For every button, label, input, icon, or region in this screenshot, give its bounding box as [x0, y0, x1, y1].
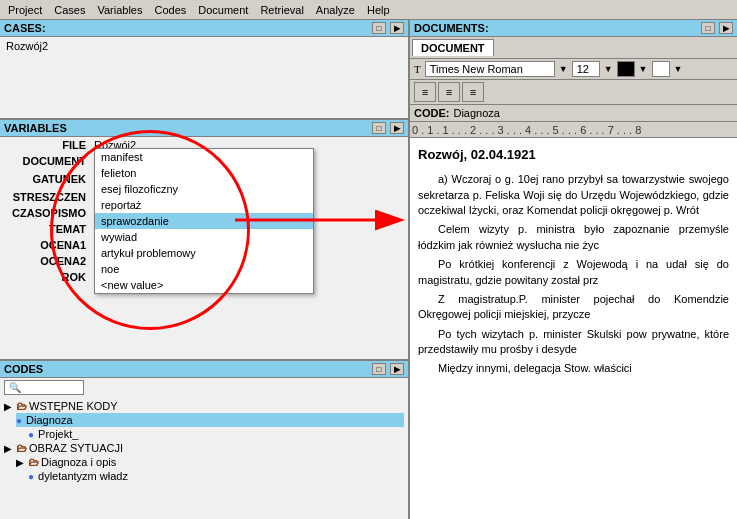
tree-label-diag-opis: Diagnoza i opis: [41, 456, 116, 468]
tree-label-projekt: Projekt_: [38, 428, 78, 440]
docs-close-btn[interactable]: ▶: [719, 22, 733, 34]
code-icon-dyletantyzm: ●: [28, 471, 34, 482]
cases-header: CASES: □ ▶: [0, 20, 408, 37]
variables-minimize-btn[interactable]: □: [372, 122, 386, 134]
code-icon-diagnoza: ●: [16, 415, 22, 426]
dropdown-option-reportaz[interactable]: reportaż: [95, 197, 313, 213]
code-value: Diagnoza: [453, 107, 499, 119]
font-name-value: Times New Roman: [430, 63, 523, 75]
font-size-value: 12: [577, 63, 589, 75]
menu-retrieval[interactable]: Retrieval: [254, 2, 309, 18]
tree-item-obraz[interactable]: ▶ 🗁 OBRAZ SYTUACJI: [4, 441, 404, 455]
font-bg-arrow[interactable]: ▼: [674, 64, 683, 74]
dropdown-option-sprawozdanie[interactable]: sprawozdanie: [95, 213, 313, 229]
doc-para-5: Między innymi, delegacja Stow. właścici: [418, 361, 729, 376]
font-toolbar: T Times New Roman ▼ 12 ▼ ▼ ▼: [410, 59, 737, 80]
ruler-text: 0 . 1 . 1 . . . 2 . . . 3 . . . 4 . . . …: [412, 124, 641, 136]
menu-project[interactable]: Project: [2, 2, 48, 18]
tree-item-diagnoza[interactable]: ● Diagnoza: [16, 413, 404, 427]
cases-title: CASES:: [4, 22, 46, 34]
menubar: Project Cases Variables Codes Document R…: [0, 0, 737, 20]
doc-toolbar: DOCUMENT: [410, 37, 737, 59]
font-icon: T: [414, 63, 421, 75]
font-dropdown-arrow[interactable]: ▼: [559, 64, 568, 74]
variables-section: VARIABLES □ ▶ FILE Rozwój2 DOCUMENT [DOC…: [0, 120, 408, 359]
font-color-arrow[interactable]: ▼: [639, 64, 648, 74]
font-name-box[interactable]: Times New Roman: [425, 61, 555, 77]
menu-cases[interactable]: Cases: [48, 2, 91, 18]
align-toolbar: ≡ ≡ ≡: [410, 80, 737, 105]
cases-minimize-btn[interactable]: □: [372, 22, 386, 34]
doc-content[interactable]: Rozwój, 02.04.1921 a) Wczoraj o g. 10ej …: [410, 138, 737, 519]
align-center-btn[interactable]: ≡: [438, 82, 460, 102]
codes-search-box[interactable]: 🔍: [4, 380, 84, 395]
dropdown-option-esej[interactable]: esej filozoficzny: [95, 181, 313, 197]
font-size-dropdown-arrow[interactable]: ▼: [604, 64, 613, 74]
tree-label-obraz: OBRAZ SYTUACJI: [29, 442, 123, 454]
tree-expand-icon: ▶: [4, 401, 12, 412]
case-item[interactable]: Rozwój2: [2, 39, 406, 53]
variables-title: VARIABLES: [4, 122, 67, 134]
align-left-btn[interactable]: ≡: [414, 82, 436, 102]
codes-toolbar: 🔍: [0, 378, 408, 397]
tree-item-wstepne[interactable]: ▶ 🗁 WSTĘPNE KODY: [4, 399, 404, 413]
docs-minimize-btn[interactable]: □: [701, 22, 715, 34]
font-color-box[interactable]: [617, 61, 635, 77]
dropdown-option-new-value[interactable]: <new value>: [95, 277, 313, 293]
doc-para-3: Z magistratup.P. minister pojechał do Ko…: [418, 292, 729, 323]
codes-minimize-btn[interactable]: □: [372, 363, 386, 375]
codes-tree: ▶ 🗁 WSTĘPNE KODY ● Diagnoza ● Projekt_ ▶…: [0, 397, 408, 517]
ruler: 0 . 1 . 1 . . . 2 . . . 3 . . . 4 . . . …: [410, 122, 737, 138]
menu-document[interactable]: Document: [192, 2, 254, 18]
menu-variables[interactable]: Variables: [91, 2, 148, 18]
tree-label-dyletantyzm: dyletantyzm władz: [38, 470, 128, 482]
menu-help[interactable]: Help: [361, 2, 396, 18]
tree-label-wstepne: WSTĘPNE KODY: [29, 400, 118, 412]
cases-close-btn[interactable]: ▶: [390, 22, 404, 34]
code-bar: CODE: Diagnoza: [410, 105, 737, 122]
cases-list: Rozwój2: [0, 37, 408, 55]
doc-para-4: Po tych wizytach p. minister Skulski pow…: [418, 327, 729, 358]
tree-label-diagnoza: Diagnoza: [26, 414, 72, 426]
right-panel: DOCUMENTS: □ ▶ DOCUMENT T Times New Roma…: [410, 20, 737, 519]
menu-analyze[interactable]: Analyze: [310, 2, 361, 18]
cases-section: CASES: □ ▶ Rozwój2: [0, 20, 408, 120]
documents-header: DOCUMENTS: □ ▶: [410, 20, 737, 37]
codes-title: CODES: [4, 363, 43, 375]
tree-expand-icon-obraz: ▶: [4, 443, 12, 454]
document-tab[interactable]: DOCUMENT: [412, 39, 494, 56]
tree-item-projekt[interactable]: ● Projekt_: [28, 427, 404, 441]
tree-item-diagnoza-opis[interactable]: ▶ 🗁 Diagnoza i opis: [16, 455, 404, 469]
code-label: CODE:: [414, 107, 449, 119]
tree-folder-wstepne: 🗁: [16, 400, 27, 412]
dropdown-option-manifest[interactable]: manifest: [95, 149, 313, 165]
search-icon: 🔍: [9, 382, 21, 393]
tree-folder-obraz: 🗁: [16, 442, 27, 454]
doc-para-1: Celem wizyty p. ministra było zapoznanie…: [418, 222, 729, 253]
menu-codes[interactable]: Codes: [148, 2, 192, 18]
codes-close-btn[interactable]: ▶: [390, 363, 404, 375]
variables-header: VARIABLES □ ▶: [0, 120, 408, 137]
dropdown-option-felieton[interactable]: felieton: [95, 165, 313, 181]
dropdown-option-noe[interactable]: noe: [95, 261, 313, 277]
codes-header: CODES □ ▶: [0, 361, 408, 378]
doc-para-0: a) Wczoraj o g. 10ej rano przybył sa tow…: [418, 172, 729, 218]
dropdown-option-artykul[interactable]: artykuł problemowy: [95, 245, 313, 261]
tree-folder-diag-opis: 🗁: [28, 456, 39, 468]
codes-section: CODES □ ▶ 🔍 ▶ 🗁 WSTĘPNE KODY ●: [0, 359, 408, 519]
documents-title: DOCUMENTS:: [414, 22, 489, 34]
dropdown-option-wywiad[interactable]: wywiad: [95, 229, 313, 245]
code-icon-projekt: ●: [28, 429, 34, 440]
font-bg-box[interactable]: [652, 61, 670, 77]
align-right-btn[interactable]: ≡: [462, 82, 484, 102]
tree-item-dyletantyzm[interactable]: ● dyletantyzm władz: [28, 469, 404, 483]
gatunek-dropdown-popup: manifest felieton esej filozoficzny repo…: [94, 148, 314, 294]
doc-para-2: Po krótkiej konferencji z Wojewodą i na …: [418, 257, 729, 288]
variables-close-btn[interactable]: ▶: [390, 122, 404, 134]
tree-expand-icon-diag-opis: ▶: [16, 457, 24, 468]
doc-title: Rozwój, 02.04.1921: [418, 146, 729, 164]
font-size-box[interactable]: 12: [572, 61, 600, 77]
